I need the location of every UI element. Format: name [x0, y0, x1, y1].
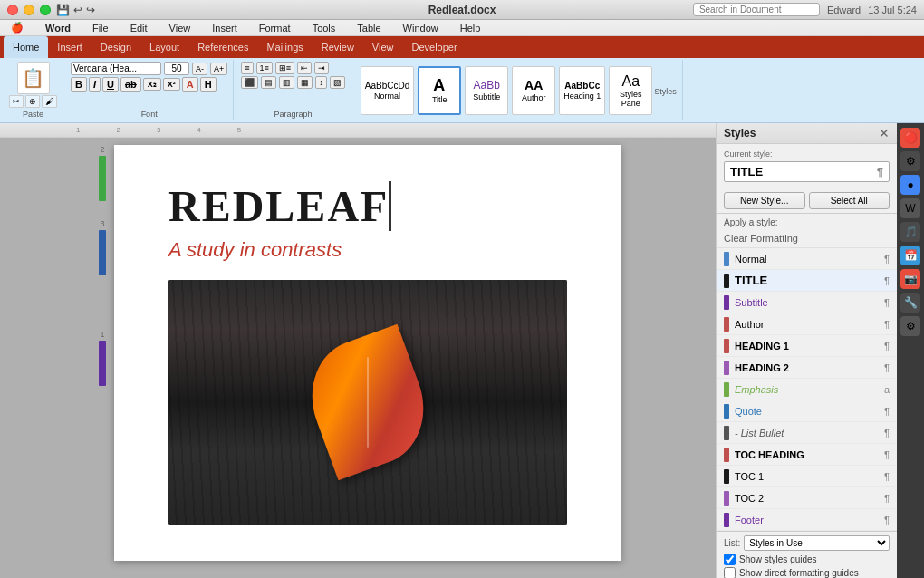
- menu-apple[interactable]: 🍎: [7, 21, 27, 34]
- style-item-listbullet[interactable]: - List Bullet ¶: [717, 422, 897, 444]
- mac-icon-chrome[interactable]: ●: [900, 175, 920, 195]
- list-row: List: Styles in Use All Styles: [724, 535, 890, 551]
- styles-list-select[interactable]: Styles in Use All Styles: [744, 535, 890, 551]
- cut-button[interactable]: ✂: [9, 95, 24, 108]
- multilevel-button[interactable]: ⊞≡: [275, 62, 294, 74]
- align-center-button[interactable]: ▤: [261, 76, 276, 89]
- show-styles-guides-checkbox[interactable]: [724, 554, 736, 565]
- mac-icon-2[interactable]: ⚙: [900, 151, 920, 171]
- style-item-heading2[interactable]: HEADING 2 ¶: [717, 357, 897, 379]
- style-item-heading1[interactable]: HEADING 1 ¶: [717, 335, 897, 357]
- highlight-button[interactable]: H: [200, 77, 217, 92]
- style-item-quote[interactable]: Quote ¶: [717, 400, 897, 422]
- maximize-button[interactable]: [40, 5, 51, 15]
- document-page[interactable]: REDLEAF A study in contrasts: [114, 145, 621, 561]
- menu-edit[interactable]: Edit: [127, 22, 151, 34]
- app-body: 1 2 3 4 5 2 3 1 REDLEAF: [0, 123, 924, 578]
- minimize-button[interactable]: [24, 5, 34, 15]
- style-item-footer[interactable]: Footer ¶: [717, 509, 897, 531]
- font-size-decrease[interactable]: A-: [192, 63, 207, 75]
- style-title-label: Title: [432, 95, 448, 104]
- numbering-button[interactable]: 1≡: [256, 62, 273, 74]
- underline-button[interactable]: U: [102, 77, 119, 92]
- mac-icon-7[interactable]: 🔧: [900, 293, 920, 313]
- menu-insert[interactable]: Insert: [208, 22, 241, 34]
- superscript-button[interactable]: X²: [163, 78, 180, 91]
- menu-view[interactable]: View: [166, 22, 195, 34]
- style-item-tocheading[interactable]: TOC HEADING ¶: [717, 444, 897, 466]
- subscript-button[interactable]: X₂: [143, 78, 161, 91]
- style-item-toc1[interactable]: TOC 1 ¶: [717, 466, 897, 487]
- new-style-button[interactable]: New Style...: [724, 192, 805, 209]
- justify-button[interactable]: ▦: [297, 76, 313, 89]
- style-item-author[interactable]: Author ¶: [717, 313, 897, 335]
- mac-icon-6[interactable]: 📷: [900, 269, 920, 289]
- mac-icon-1[interactable]: 🔴: [900, 128, 920, 148]
- bullets-button[interactable]: ≡: [241, 62, 253, 74]
- menu-help[interactable]: Help: [457, 22, 485, 34]
- style-styles-pane[interactable]: Aa StylesPane: [609, 66, 652, 115]
- tab-home[interactable]: Home: [4, 36, 48, 58]
- ribbon: Home Insert Design Layout References Mai…: [0, 36, 924, 123]
- style-item-subtitle[interactable]: Subtitle ¶: [717, 292, 897, 313]
- copy-button[interactable]: ⊕: [25, 95, 40, 108]
- italic-button[interactable]: I: [89, 77, 101, 92]
- paste-button[interactable]: 📋: [17, 62, 50, 94]
- undo-icon[interactable]: ↩: [73, 4, 82, 16]
- font-size-input[interactable]: [164, 62, 189, 75]
- tab-layout[interactable]: Layout: [140, 36, 188, 58]
- menu-file[interactable]: File: [89, 22, 112, 34]
- redo-icon[interactable]: ↪: [86, 4, 95, 16]
- tab-review[interactable]: Review: [313, 36, 363, 58]
- search-input[interactable]: [693, 3, 820, 16]
- font-color-button[interactable]: A: [182, 77, 198, 92]
- tab-developer[interactable]: Developer: [403, 36, 467, 58]
- clear-formatting-item[interactable]: Clear Formatting: [717, 229, 897, 248]
- menu-window[interactable]: Window: [399, 22, 442, 34]
- style-heading1[interactable]: AaBbCc Heading 1: [559, 66, 605, 115]
- tab-view[interactable]: View: [363, 36, 403, 58]
- style-title[interactable]: A Title: [418, 66, 461, 115]
- style-item-normal[interactable]: Normal ¶: [717, 248, 897, 270]
- style-item-emphasis[interactable]: Emphasis a: [717, 379, 897, 400]
- mac-icon-5[interactable]: 📅: [900, 246, 920, 265]
- menu-format[interactable]: Format: [255, 22, 294, 34]
- menu-table[interactable]: Table: [353, 22, 384, 34]
- shading-button[interactable]: ▧: [330, 76, 345, 89]
- outdent-button[interactable]: ⇤: [297, 62, 312, 74]
- menu-tools[interactable]: Tools: [309, 22, 340, 34]
- show-direct-formatting-checkbox[interactable]: [724, 567, 736, 578]
- font-family-input[interactable]: [71, 62, 161, 75]
- style-name-toc1: TOC 1: [735, 471, 881, 482]
- page-num-2: 2: [100, 145, 104, 154]
- close-button[interactable]: [7, 5, 18, 15]
- bold-button[interactable]: B: [71, 77, 87, 92]
- tab-design[interactable]: Design: [91, 36, 140, 58]
- font-size-increase[interactable]: A+: [210, 63, 227, 75]
- mac-icon-3[interactable]: W: [900, 198, 920, 218]
- menu-word[interactable]: Word: [42, 22, 74, 34]
- line-spacing-button[interactable]: ↕: [315, 76, 327, 89]
- tab-insert[interactable]: Insert: [48, 36, 91, 58]
- mac-icon-4[interactable]: 🎵: [900, 222, 920, 242]
- style-item-title[interactable]: TITLE ¶: [717, 270, 897, 292]
- strikethrough-button[interactable]: ab: [120, 77, 141, 92]
- tab-mailings[interactable]: Mailings: [257, 36, 312, 58]
- doc-title: Redleaf.docx: [428, 4, 496, 16]
- indent-button[interactable]: ⇥: [314, 62, 329, 74]
- format-painter-button[interactable]: 🖌: [42, 95, 57, 108]
- style-normal[interactable]: AaBbCcDd Normal: [361, 66, 414, 115]
- doc-scroll-area[interactable]: 2 3 1 REDLEAF A study in contrasts: [0, 138, 716, 578]
- save-icon[interactable]: 💾: [56, 4, 70, 16]
- select-all-button[interactable]: Select All: [809, 192, 890, 209]
- mac-icon-8[interactable]: ⚙: [900, 316, 920, 336]
- style-name-heading1: HEADING 1: [735, 341, 881, 352]
- style-subtitle[interactable]: AaBb Subtitle: [465, 66, 508, 115]
- style-author[interactable]: AA Author: [512, 66, 555, 115]
- styles-pane-close-button[interactable]: ✕: [879, 127, 890, 140]
- align-left-button[interactable]: ⬛: [241, 76, 258, 89]
- style-title-color: [724, 274, 729, 288]
- tab-references[interactable]: References: [188, 36, 257, 58]
- style-item-toc2[interactable]: TOC 2 ¶: [717, 487, 897, 509]
- align-right-button[interactable]: ▥: [279, 76, 294, 89]
